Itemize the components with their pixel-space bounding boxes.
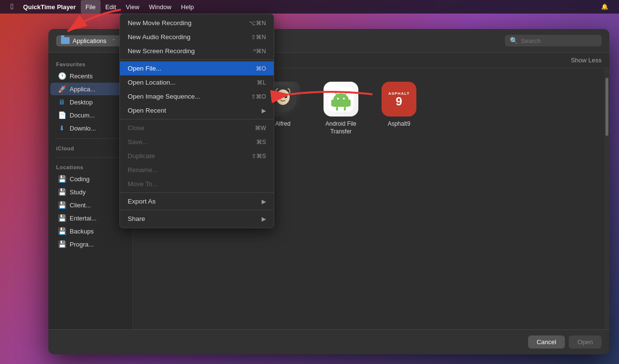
show-less-button[interactable]: Show Less: [571, 57, 602, 64]
export-as-arrow-icon: ▶: [262, 198, 266, 205]
documents-icon: 📄: [58, 111, 66, 119]
svg-rect-16: [344, 107, 346, 111]
menu-item-duplicate: Duplicate ⇧⌘S: [120, 149, 274, 163]
svg-rect-10: [333, 103, 349, 107]
desktop-icon: 🖥: [58, 98, 66, 106]
file-dropdown-menu: New Movie Recording ⌥⌘N New Audio Record…: [119, 14, 274, 228]
search-input[interactable]: [521, 37, 589, 44]
alfred-app-name: Alfred: [275, 120, 290, 128]
search-icon: 🔍: [510, 37, 518, 44]
menu-divider-1: [120, 59, 274, 60]
menu-item-export-as[interactable]: Export As ▶: [120, 194, 274, 208]
menu-item-move-to: Move To...: [120, 177, 274, 191]
open-recent-arrow-icon: ▶: [262, 107, 266, 114]
svg-point-6: [285, 95, 287, 97]
scrollbar-thumb[interactable]: [605, 78, 608, 136]
svg-rect-15: [336, 107, 338, 111]
svg-point-20: [346, 92, 348, 93]
menu-item-open-image-seq[interactable]: Open Image Sequence... ⇧⌘O: [120, 89, 274, 103]
open-button[interactable]: Open: [569, 335, 602, 349]
menu-item-save: Save... ⌘S: [120, 135, 274, 149]
sidebar-item-recents[interactable]: 🕐 Recents: [50, 70, 131, 82]
android-app-name: Android File Transfer: [321, 120, 361, 135]
menubar:  QuickTime Player File Edit View Window…: [0, 0, 619, 14]
backups-drive-icon: 💾: [58, 227, 66, 235]
svg-rect-13: [331, 100, 333, 106]
folder-icon: [61, 37, 70, 44]
sidebar-item-programs[interactable]: 💾 Progra...: [50, 238, 131, 250]
svg-rect-14: [349, 100, 351, 106]
menu-item-rename: Rename...: [120, 163, 274, 177]
sidebar-item-study[interactable]: 💾 Study: [50, 186, 131, 198]
apple-menu[interactable]: : [6, 0, 18, 14]
sidebar-item-documents[interactable]: 📄 Docum...: [50, 109, 131, 121]
menu-divider-2: [120, 119, 274, 119]
share-arrow-icon: ▶: [262, 216, 266, 222]
downloads-icon: ⬇: [58, 124, 66, 132]
menubar-notification[interactable]: 🔔: [596, 3, 613, 10]
scrollbar-track[interactable]: [604, 68, 609, 329]
entertainment-drive-icon: 💾: [58, 214, 66, 222]
asphalt9-app-icon: ASPHALT 9: [382, 82, 416, 116]
dialog-footer: Cancel Open: [48, 329, 609, 354]
search-box[interactable]: 🔍: [505, 35, 602, 46]
menu-item-share[interactable]: Share ▶: [120, 212, 274, 226]
sidebar-item-entertainment[interactable]: 💾 Entertai...: [50, 212, 131, 224]
svg-point-2: [276, 89, 290, 105]
svg-point-11: [337, 98, 339, 100]
sidebar-item-coding[interactable]: 💾 Coding: [50, 173, 131, 185]
svg-point-5: [280, 95, 281, 97]
sidebar-item-downloads[interactable]: ⬇ Downlo...: [50, 122, 131, 134]
menu-item-open-recent[interactable]: Open Recent ▶: [120, 103, 274, 117]
android-app-icon: [324, 82, 358, 116]
menubar-window[interactable]: Window: [144, 0, 176, 14]
menubar-help[interactable]: Help: [176, 0, 199, 14]
menu-item-open-file[interactable]: Open File... ⌘O: [120, 61, 274, 75]
applications-icon: 🚀: [58, 85, 66, 93]
menu-item-close: Close ⌘W: [120, 121, 274, 135]
svg-point-19: [335, 92, 336, 93]
sidebar-divider-icloud: [54, 138, 127, 139]
menubar-view[interactable]: View: [121, 0, 144, 14]
asphalt9-app-name: Asphalt9: [388, 120, 411, 128]
menu-item-new-screen[interactable]: New Screen Recording ^⌘N: [120, 44, 274, 58]
coding-drive-icon: 💾: [58, 175, 66, 183]
menubar-edit[interactable]: Edit: [101, 0, 121, 14]
cancel-button[interactable]: Cancel: [528, 335, 565, 349]
menubar-quicktime[interactable]: QuickTime Player: [18, 0, 81, 14]
notification-icon: 🔔: [601, 3, 608, 10]
file-item-android[interactable]: Android File Transfer: [317, 78, 365, 320]
file-item-asphalt9[interactable]: ASPHALT 9 Asphalt9: [375, 78, 423, 320]
svg-point-12: [343, 98, 345, 100]
menu-item-open-location[interactable]: Open Location... ⌘L: [120, 75, 274, 89]
client-drive-icon: 💾: [58, 201, 66, 209]
sidebar-divider-locations: [54, 157, 127, 158]
recents-icon: 🕐: [58, 72, 66, 80]
menu-divider-4: [120, 210, 274, 210]
apple-logo-icon: : [11, 2, 14, 11]
sidebar-item-backups[interactable]: 💾 Backups: [50, 225, 131, 237]
menu-divider-3: [120, 192, 274, 193]
sidebar-item-desktop[interactable]: 🖥 Desktop: [50, 96, 131, 108]
menubar-file[interactable]: File: [81, 0, 101, 14]
study-drive-icon: 💾: [58, 188, 66, 196]
sidebar-item-applications[interactable]: 🚀 Applica...: [50, 83, 131, 95]
programs-drive-icon: 💾: [58, 240, 66, 248]
menu-item-new-audio[interactable]: New Audio Recording ⇧⌘N: [120, 30, 274, 44]
menu-item-new-movie[interactable]: New Movie Recording ⌥⌘N: [120, 16, 274, 30]
sidebar-item-client[interactable]: 💾 Client...: [50, 199, 131, 211]
